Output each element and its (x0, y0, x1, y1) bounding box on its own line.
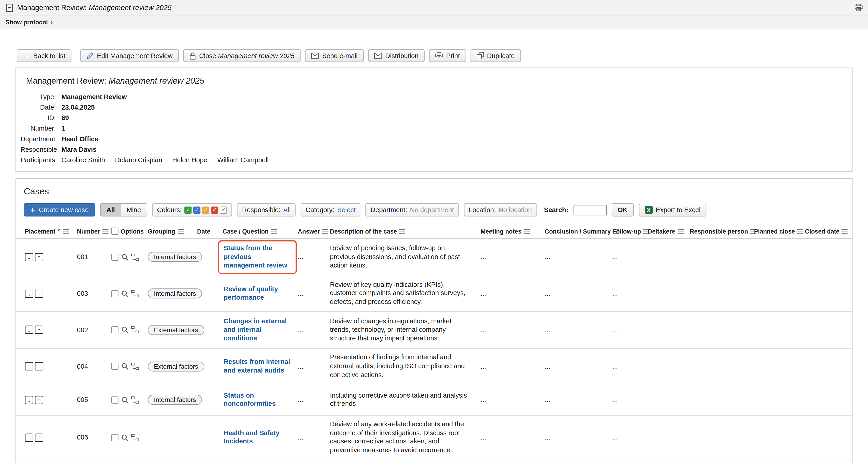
case-question-link[interactable]: Results from internal and external audit… (224, 358, 291, 375)
scope-all-button[interactable]: All (101, 204, 121, 216)
back-to-list-button[interactable]: ← Back to list (17, 49, 71, 62)
print-icon[interactable] (855, 4, 863, 11)
select-all-checkbox[interactable] (111, 228, 119, 235)
column-filter-icon[interactable] (178, 228, 184, 234)
edit-review-button[interactable]: Edit Management Review (80, 49, 179, 62)
column-filter-icon[interactable] (102, 228, 108, 234)
magnifier-icon[interactable] (121, 290, 128, 297)
followup-cell[interactable]: ... (612, 434, 648, 441)
answer-cell[interactable]: ... (298, 253, 330, 261)
department-value[interactable]: No department (410, 206, 454, 214)
answer-cell[interactable]: ... (298, 434, 330, 441)
category-filter[interactable]: Category: Select (301, 203, 361, 216)
case-question-link[interactable]: Health and Safety Incidents (224, 429, 291, 446)
search-input[interactable] (573, 205, 607, 215)
conclusion-cell[interactable]: ... (545, 396, 612, 404)
answer-cell[interactable]: ... (298, 289, 330, 297)
create-new-case-button[interactable]: + Create new case (24, 203, 95, 216)
location-value[interactable]: No location (498, 206, 532, 214)
export-to-excel-button[interactable]: X Export to Excel (639, 204, 707, 216)
distribution-button[interactable]: Distribution (368, 49, 425, 62)
case-question-link[interactable]: Status on nonconformities (224, 391, 291, 408)
search-ok-button[interactable]: OK (612, 203, 633, 216)
followup-cell[interactable]: ... (612, 289, 648, 297)
column-filter-icon[interactable] (677, 228, 683, 234)
meeting-notes-cell[interactable]: ... (480, 289, 545, 297)
relations-icon[interactable] (131, 363, 139, 370)
show-protocol-link[interactable]: Show protocol (5, 19, 48, 26)
meeting-notes-cell[interactable]: ... (480, 253, 545, 261)
magnifier-icon[interactable] (121, 254, 128, 261)
row-checkbox[interactable] (111, 363, 119, 370)
row-checkbox[interactable] (111, 434, 119, 441)
colour-filter-orange-checkbox[interactable]: ✓ (202, 206, 210, 214)
case-question-link[interactable]: Changes in external and internal conditi… (224, 317, 291, 343)
magnifier-icon[interactable] (121, 396, 128, 404)
move-down-button[interactable]: ↓ (25, 289, 33, 298)
colour-filter-green-checkbox[interactable]: ✓ (185, 206, 192, 214)
magnifier-icon[interactable] (121, 363, 128, 370)
location-filter[interactable]: Location: No location (464, 203, 537, 216)
column-filter-icon[interactable] (797, 228, 803, 234)
answer-cell[interactable]: ... (298, 326, 330, 334)
conclusion-cell[interactable]: ... (545, 363, 612, 370)
responsible-value[interactable]: All (283, 206, 290, 214)
relations-icon[interactable] (131, 396, 139, 404)
column-filter-icon[interactable] (399, 228, 405, 234)
case-question-link[interactable]: Review of quality performance (224, 285, 291, 302)
move-down-button[interactable]: ↓ (25, 396, 33, 404)
move-down-button[interactable]: ↓ (25, 362, 33, 370)
row-checkbox[interactable] (111, 290, 119, 297)
followup-cell[interactable]: ... (612, 396, 648, 404)
column-filter-icon[interactable] (63, 228, 69, 234)
department-filter[interactable]: Department: No department (366, 203, 459, 216)
relations-icon[interactable] (131, 326, 139, 334)
close-review-button[interactable]: Close Management review 2025 (183, 49, 301, 62)
sort-asc-icon[interactable]: ^ (58, 228, 61, 234)
scope-mine-button[interactable]: Mine (121, 204, 147, 216)
conclusion-cell[interactable]: ... (545, 289, 612, 297)
print-button[interactable]: Print (429, 49, 466, 62)
responsible-filter[interactable]: Responsible: All (237, 203, 296, 216)
row-checkbox[interactable] (111, 254, 119, 261)
move-up-button[interactable]: ↑ (35, 396, 43, 404)
conclusion-cell[interactable]: ... (545, 326, 612, 334)
followup-cell[interactable]: ... (612, 326, 648, 334)
relations-icon[interactable] (131, 254, 139, 261)
duplicate-button[interactable]: Duplicate (470, 49, 521, 62)
column-filter-icon[interactable] (842, 228, 848, 234)
colour-filter-red-checkbox[interactable]: ✓ (211, 206, 218, 214)
meeting-notes-cell[interactable]: ... (480, 396, 545, 404)
row-checkbox[interactable] (111, 326, 119, 334)
move-down-button[interactable]: ↓ (25, 326, 33, 334)
move-up-button[interactable]: ↑ (35, 253, 43, 261)
meeting-notes-cell[interactable]: ... (480, 363, 545, 370)
meeting-notes-cell[interactable]: ... (480, 434, 545, 441)
conclusion-cell[interactable]: ... (545, 434, 612, 441)
category-value[interactable]: Select (337, 206, 355, 214)
magnifier-icon[interactable] (121, 326, 128, 334)
answer-cell[interactable]: ... (298, 363, 330, 370)
conclusion-cell[interactable]: ... (545, 253, 612, 261)
magnifier-icon[interactable] (121, 434, 128, 441)
followup-cell[interactable]: ... (612, 253, 648, 261)
move-up-button[interactable]: ↑ (35, 433, 43, 441)
move-up-button[interactable]: ↑ (35, 326, 43, 334)
move-up-button[interactable]: ↑ (35, 362, 43, 370)
colour-filter-white-checkbox[interactable]: ✓ (220, 206, 227, 214)
send-email-button[interactable]: Send e-mail (305, 49, 364, 62)
case-question-link[interactable]: Status from the previous management revi… (224, 244, 291, 270)
row-checkbox[interactable] (111, 396, 119, 404)
relations-icon[interactable] (131, 290, 139, 297)
answer-cell[interactable]: ... (298, 396, 330, 404)
move-down-button[interactable]: ↓ (25, 433, 33, 441)
followup-cell[interactable]: ... (612, 363, 648, 370)
colour-filter-blue-checkbox[interactable]: ✓ (193, 206, 201, 214)
relations-icon[interactable] (131, 434, 139, 441)
column-filter-icon[interactable] (322, 228, 328, 234)
move-up-button[interactable]: ↑ (35, 289, 43, 298)
meeting-notes-cell[interactable]: ... (480, 326, 545, 334)
move-down-button[interactable]: ↓ (25, 253, 33, 261)
column-filter-icon[interactable] (524, 228, 530, 234)
column-filter-icon[interactable] (271, 228, 277, 234)
